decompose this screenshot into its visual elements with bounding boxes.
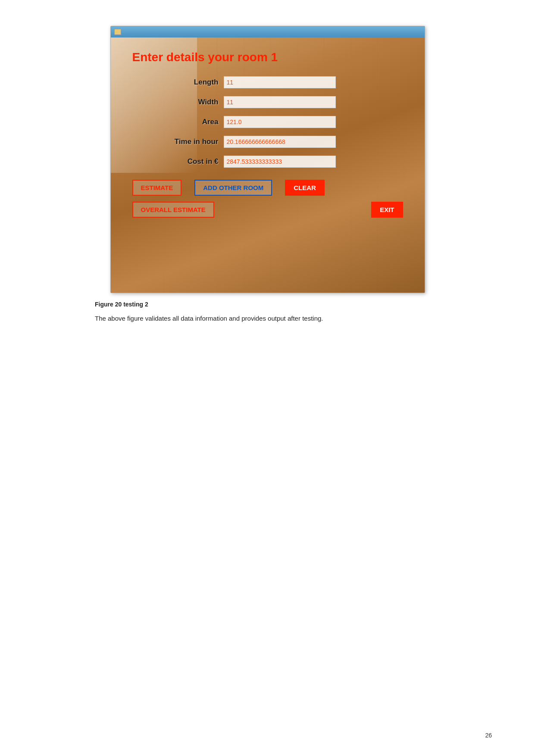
overall-estimate-button[interactable]: OVERALL ESTIMATE [132,202,214,218]
body-text: The above figure validates all data info… [95,314,449,324]
page-number: 26 [485,732,492,739]
cost-input[interactable] [224,156,336,168]
length-input[interactable] [224,76,336,88]
time-label: Time in hour [132,137,219,146]
cost-row: Cost in € [132,156,403,168]
form-title: Enter details your room 1 [132,50,403,64]
width-input[interactable] [224,96,336,108]
clear-button[interactable]: CLEAR [285,180,325,196]
time-input[interactable] [224,136,336,148]
area-label: Area [132,118,219,126]
app-icon [114,29,121,35]
estimate-button[interactable]: ESTIMATE [132,180,182,196]
exit-button[interactable]: EXIT [371,202,403,218]
area-row: Area [132,116,403,128]
area-input[interactable] [224,116,336,128]
titlebar [111,26,425,37]
figure-caption: Figure 20 testing 2 [95,301,492,308]
app-screenshot: Enter details your room 1 Length Width A… [110,26,425,293]
form-panel: Enter details your room 1 Length Width A… [111,37,425,293]
length-row: Length [132,76,403,88]
page-container: Enter details your room 1 Length Width A… [0,0,535,756]
svg-rect-0 [116,30,120,34]
buttons-row-1: ESTIMATE ADD OTHER ROOM CLEAR [132,180,403,196]
add-other-room-button[interactable]: ADD OTHER ROOM [194,180,272,196]
time-row: Time in hour [132,136,403,148]
width-row: Width [132,96,403,108]
width-label: Width [132,98,219,106]
buttons-row-2: OVERALL ESTIMATE EXIT [132,202,403,218]
cost-label: Cost in € [132,157,219,166]
length-label: Length [132,78,219,87]
